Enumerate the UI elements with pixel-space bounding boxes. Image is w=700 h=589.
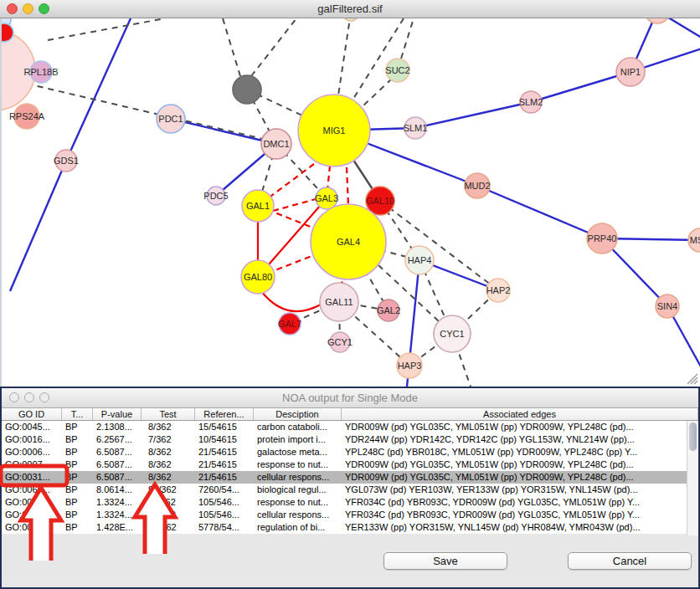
edge-pp[interactable] — [477, 186, 602, 238]
node-label: GAL11 — [325, 297, 353, 307]
window-title: galFiltered.sif — [0, 3, 700, 15]
cell-description: biological regul... — [254, 484, 342, 496]
node-unlabeled[interactable] — [645, 18, 670, 23]
column-header-test[interactable]: Test — [142, 408, 195, 420]
node-label: HAP3 — [398, 361, 422, 371]
edge-pd[interactable] — [27, 84, 263, 139]
table-row[interactable]: GO:0045...BP2.1308...8/36215/54615carbon… — [2, 421, 687, 433]
column-header-description[interactable]: Desciption — [254, 408, 342, 420]
table-row[interactable]: GO:0006...BP6.5087...8/36221/54615galact… — [2, 446, 687, 458]
cell-type: BP — [62, 496, 93, 509]
cell-associated-edges: YFR034C (pd) YBR093C, YDR009W (pd) YGL03… — [342, 496, 687, 509]
cell-type: BP — [62, 471, 93, 484]
edge-red[interactable] — [261, 291, 321, 311]
edge-pp[interactable] — [531, 72, 631, 102]
screen: galFiltered.sif RPL18BRPS24AGDS1PDC1DMC1… — [0, 0, 700, 589]
edge-pp[interactable] — [10, 161, 66, 291]
cell-test: 8/362 — [142, 458, 195, 471]
network-graph: RPL18BRPS24AGDS1PDC1DMC1MIG1SUC2SLM1SLM2… — [2, 18, 700, 387]
node-label: CYC1 — [440, 329, 464, 339]
cell-reference: 5778/54... — [195, 521, 254, 534]
cell-associated-edges: YDR009W (pd) YGL035C, YML051W (pp) YDR00… — [342, 471, 687, 484]
edge-red-dash[interactable] — [273, 199, 316, 211]
noa-titlebar[interactable]: NOA output for Single Mode — [2, 388, 698, 408]
cell-reference: 21/54615 — [195, 446, 254, 458]
cell-p-value: 2.1308... — [93, 421, 142, 433]
cell-test: 8/362 — [142, 471, 195, 484]
node-label: GAL4 — [337, 237, 360, 247]
cell-p-value: 1.428E... — [93, 521, 142, 534]
cell-associated-edges: YER133W (pp) YOR315W, YNL145W (pd) YHR08… — [342, 521, 687, 534]
cell-reference: 10/54615 — [195, 433, 254, 446]
column-header-p-value[interactable]: P-value — [93, 408, 142, 420]
cell-test: 11/362 — [142, 509, 195, 521]
column-header-type[interactable]: T... — [62, 408, 93, 420]
edge-red-dash[interactable] — [347, 167, 348, 206]
edge-pp[interactable] — [415, 102, 531, 128]
noa-window-title: NOA output for Single Mode — [2, 392, 698, 404]
cell-associated-edges: YDR009W (pd) YGL035C, YML051W (pp) YDR00… — [342, 421, 687, 433]
network-canvas[interactable]: RPL18BRPS24AGDS1PDC1DMC1MIG1SUC2SLM1SLM2… — [0, 18, 700, 387]
cell-go-id: GO:0007... — [2, 458, 62, 471]
edge-pp[interactable] — [171, 119, 276, 144]
node-label: PDC1 — [158, 114, 183, 124]
node-unlabeled[interactable] — [342, 18, 359, 21]
cell-reference: 21/54615 — [195, 458, 254, 471]
table-row[interactable]: GO:0031...BP6.5087...8/36221/54615cellul… — [2, 471, 687, 484]
cell-go-id: GO:0045... — [2, 421, 62, 433]
cell-type: BP — [62, 433, 93, 446]
table-header-row: GO IDT...P-valueTestReferen...Desciption… — [2, 408, 698, 421]
node-label: DMC1 — [263, 139, 289, 149]
cell-associated-edges: YDR009W (pd) YGL035C, YML051W (pp) YDR00… — [342, 458, 687, 471]
table-row[interactable]: GO:0065...BP8.0614...94/3627260/54...bio… — [2, 484, 687, 496]
cancel-button[interactable]: Cancel — [568, 552, 692, 570]
cell-go-id: GO:0031... — [2, 496, 62, 509]
edge-pd[interactable] — [48, 18, 165, 40]
node-label: NIP1 — [620, 67, 641, 77]
column-header-go-id[interactable]: GO ID — [2, 408, 62, 420]
scrollbar-thumb[interactable] — [689, 423, 697, 451]
edge-pd[interactable] — [360, 79, 392, 109]
network-window-titlebar[interactable]: galFiltered.sif — [0, 0, 700, 18]
table-row[interactable]: GO:0031...BP1.3324...11/362105/546...res… — [2, 496, 687, 509]
cell-p-value: 1.3324... — [93, 509, 142, 521]
column-header-reference[interactable]: Referen... — [195, 408, 254, 420]
cell-type: BP — [62, 458, 93, 471]
cell-associated-edges: YPL248C (pd) YBR018C, YML051W (pp) YDR00… — [342, 446, 687, 458]
node-label: HAP2 — [486, 285, 511, 295]
cell-test: 94/362 — [142, 484, 195, 496]
table-row[interactable]: GO:0016...BP6.2567...7/36210/54615protei… — [2, 433, 687, 446]
edge-pd[interactable] — [380, 201, 498, 290]
noa-output-window: NOA output for Single Mode GO IDT...P-va… — [0, 387, 700, 589]
table-row[interactable]: GO:0031...BP1.3324...11/362105/546...cel… — [2, 509, 687, 521]
save-button[interactable]: Save — [383, 552, 507, 570]
cell-reference: 21/54615 — [195, 471, 254, 484]
vertical-scrollbar[interactable] — [687, 421, 698, 535]
node-label: RPS24A — [9, 111, 45, 121]
cell-description: response to nut... — [254, 496, 342, 509]
table-row[interactable]: GO:0050...BP1.428E...80/3625778/54...reg… — [2, 521, 687, 534]
cell-description: galactose meta... — [254, 446, 342, 458]
edge-pd[interactable] — [401, 18, 414, 59]
cell-p-value: 8.0614... — [93, 484, 142, 496]
cell-p-value: 6.5087... — [93, 446, 142, 458]
cell-type: BP — [62, 509, 93, 521]
node-unlabeled[interactable] — [2, 23, 13, 42]
edge-pd[interactable] — [338, 18, 351, 95]
table-row[interactable]: GO:0007...BP6.5087...8/36221/54615respon… — [2, 458, 687, 471]
cell-description: cellular respons... — [254, 471, 342, 484]
cell-test: 11/362 — [142, 496, 195, 509]
node-label: SUC2 — [385, 65, 409, 75]
cell-type: BP — [62, 421, 93, 433]
edge-pp[interactable] — [66, 18, 131, 161]
edge-pd[interactable] — [251, 18, 296, 76]
node-label: RPL18B — [24, 67, 59, 77]
node-label: SLM2 — [519, 97, 543, 107]
table-body: GO:0045...BP2.1308...8/36215/54615carbon… — [2, 421, 687, 534]
edge-pd[interactable] — [223, 18, 240, 76]
column-header-associated-edges[interactable]: Associated edges — [342, 408, 698, 420]
node-label: SLM1 — [404, 123, 428, 133]
node-unlabeled[interactable] — [233, 75, 261, 104]
resize-grip-icon[interactable] — [684, 371, 699, 386]
cell-reference: 105/546... — [195, 509, 254, 521]
